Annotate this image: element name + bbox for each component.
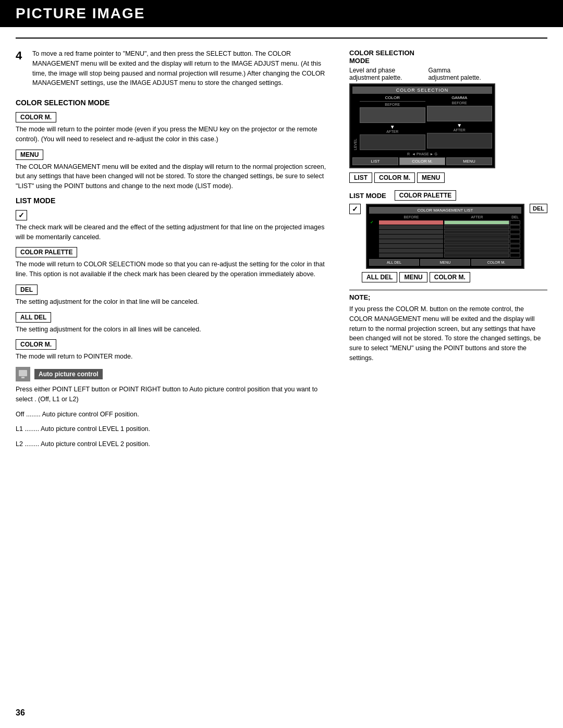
menu-right-label: MENU [399, 272, 427, 282]
page-header: PICTURE IMAGE [0, 0, 563, 27]
all-del-label-box: ALL DEL [16, 312, 51, 323]
menu-label: MENU [16, 150, 43, 160]
list-mode-section: LIST MODE ✓ The check mark will be clear… [16, 196, 334, 362]
list-checkmark: ✓ [349, 204, 361, 214]
color-m-desc-2: The mode will return to POINTER mode. [16, 352, 334, 362]
cs-screen-body: LEVEL COLOR BEFORE ▼ AFTER GAMMA BEFORE … [352, 95, 492, 151]
cs-menu-btn[interactable]: MENU [446, 157, 492, 165]
page-footer: 36 [16, 708, 25, 718]
list-mode-diagram-row: ✓ COLOR MANAGEMENT LIST BEFORE AFTER DEL… [349, 204, 547, 270]
row1-del [510, 220, 520, 225]
cs-gamma-after: AFTER [427, 128, 493, 132]
all-del-desc: The setting adjustment for the colors in… [16, 325, 334, 335]
checkmark-symbol: ✓ [16, 210, 27, 220]
phase-bar: R ◄ PHASE ► G [352, 152, 492, 156]
color-m-right-label: COLOR M. [430, 272, 470, 282]
color-selection-mode-section: COLOR SELECTION MODE COLOR M. The mode w… [16, 98, 334, 191]
page-number: 36 [16, 708, 25, 717]
list-row-7 [369, 249, 521, 253]
list-mode-screen: COLOR MANAGEMENT LIST BEFORE AFTER DEL ✓ [366, 204, 524, 269]
svg-rect-1 [21, 377, 25, 378]
list-mode-right-title: LIST MODE [349, 192, 386, 200]
cs-after-area [360, 134, 425, 150]
page-title: PICTURE IMAGE [16, 5, 547, 22]
row8-before [379, 253, 443, 257]
cs-list-btn[interactable]: LIST [352, 157, 398, 165]
row7-before [379, 249, 443, 253]
list-row-2 [369, 225, 521, 229]
row8-del [510, 253, 520, 257]
cs-before-area [360, 107, 425, 123]
cs-before-label: BEFORE [360, 103, 425, 106]
color-selection-screen: COLOR SELECTION LEVEL COLOR BEFORE ▼ AFT… [349, 83, 495, 168]
color-palette-label-box: COLOR PALETTE [16, 247, 77, 257]
right-column: COLOR SELECTION MODE Level and phaseadju… [349, 49, 547, 454]
del-label-box: DEL [16, 285, 38, 295]
list-screen-bottom: ALL DEL MENU COLOR M. [369, 259, 521, 266]
cs-gamma-after-area [427, 133, 493, 149]
diagram-annotations: Level and phaseadjustment palette. Gamma… [349, 67, 547, 81]
color-m-label: COLOR M. [374, 172, 415, 183]
list-all-del-btn[interactable]: ALL DEL [369, 259, 419, 266]
row3-del [510, 230, 520, 234]
row7-del [510, 249, 520, 253]
cs-button-labels: LIST COLOR M. MENU [349, 172, 547, 183]
step-number: 4 [16, 49, 27, 88]
menu-label-right: MENU [417, 172, 445, 183]
row6-before [379, 244, 443, 248]
level-phase-annotation: Level and phaseadjustment palette. [349, 67, 402, 81]
row6-del [510, 244, 520, 248]
del-right-label: DEL [530, 204, 547, 213]
color-selection-mode-title: COLOR SELECTION MODE [16, 98, 334, 107]
header-divider [16, 38, 547, 39]
row3-after [444, 230, 509, 234]
row2-before [379, 225, 443, 229]
row2-del [510, 225, 520, 229]
auto-picture-control-box: Auto picture control [16, 367, 334, 381]
row2-after [444, 225, 509, 229]
level-label: LEVEL [352, 95, 358, 151]
step-4-block: 4 To move a red frame pointer to "MENU",… [16, 49, 334, 88]
list-row-6 [369, 244, 521, 248]
list-row-5 [369, 239, 521, 243]
auto-picture-text: Press either POINT LEFT button or POINT … [16, 385, 334, 404]
row6-after [444, 244, 509, 248]
cs-color-header: COLOR [360, 95, 425, 102]
cs-after-label: AFTER [360, 130, 425, 133]
row5-before [379, 239, 443, 243]
list-color-m-btn[interactable]: COLOR M. [471, 259, 521, 266]
list-menu-btn[interactable]: MENU [420, 259, 470, 266]
list-row-4 [369, 235, 521, 239]
list-mode-title: LIST MODE [16, 196, 334, 205]
del-desc: The setting adjustment for the color in … [16, 297, 334, 307]
note-title: NOTE; [349, 293, 547, 301]
auto-picture-line-1: L1 ........ Auto picture control LEVEL 1… [16, 424, 334, 434]
left-column: 4 To move a red frame pointer to "MENU",… [16, 49, 334, 454]
cs-gamma-col: GAMMA BEFORE ▼ AFTER [427, 95, 493, 151]
cs-color-col: COLOR BEFORE ▼ AFTER [360, 95, 425, 151]
cs-gamma-before-area [427, 106, 493, 121]
list-mode-header: LIST MODE COLOR PALETTE [349, 190, 547, 201]
list-label: LIST [349, 172, 372, 183]
list-row-8 [369, 253, 521, 257]
list-row-1: ✓ [369, 220, 521, 225]
list-screen-title: COLOR MANAGEMENT LIST [369, 207, 521, 214]
color-palette-desc: The mode will return to COLOR SELECTION … [16, 260, 334, 279]
row1-check: ✓ [370, 220, 378, 225]
row4-after [444, 235, 509, 239]
cs-color-m-btn[interactable]: COLOR M. [399, 157, 445, 165]
list-bottom-labels: ALL DEL MENU COLOR M. [362, 272, 547, 282]
row4-before [379, 235, 443, 239]
list-col-check [370, 215, 378, 219]
all-del-right-label: ALL DEL [362, 272, 397, 282]
color-m-label-2: COLOR M. [16, 339, 56, 350]
auto-picture-icon [16, 367, 30, 381]
checkmark-desc: The check mark will be cleared and the e… [16, 223, 334, 242]
list-col-before: BEFORE [378, 215, 444, 219]
note-text: If you press the COLOR M. button on the … [349, 304, 547, 363]
cs-gamma-header: GAMMA [427, 95, 493, 100]
cs-gamma-arrow: ▼ [427, 122, 493, 128]
gamma-annotation: Gammaadjustment palette. [428, 67, 481, 81]
cs-header: COLOR SELECTION MODE [349, 49, 547, 65]
row7-after [444, 249, 509, 253]
